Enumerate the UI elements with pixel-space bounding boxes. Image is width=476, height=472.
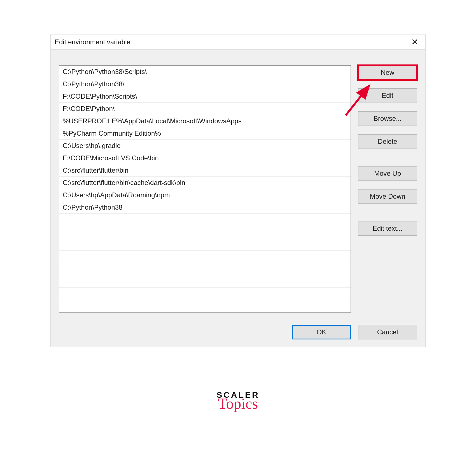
list-item[interactable]: C:\src\flutter\flutter\bin — [59, 164, 351, 177]
list-item-empty — [59, 214, 351, 226]
env-var-dialog: Edit environment variable ✕ C:\Python\Py… — [50, 34, 426, 347]
new-button[interactable]: New — [358, 65, 417, 80]
list-item[interactable]: %USERPROFILE%\AppData\Local\Microsoft\Wi… — [59, 115, 351, 127]
move-up-button[interactable]: Move Up — [358, 166, 417, 181]
edit-button[interactable]: Edit — [358, 88, 417, 103]
list-item-empty — [59, 288, 351, 300]
dialog-footer: OK Cancel — [59, 325, 417, 339]
list-item-empty — [59, 226, 351, 238]
titlebar: Edit environment variable ✕ — [51, 34, 425, 50]
dialog-body: C:\Python\Python38\Scripts\ C:\Python\Py… — [51, 50, 425, 347]
dialog-title: Edit environment variable — [55, 38, 130, 46]
list-item-empty — [59, 238, 351, 251]
list-item[interactable]: F:\CODE\Microsoft VS Code\bin — [59, 152, 351, 164]
list-item-empty — [59, 263, 351, 275]
list-item-empty — [59, 275, 351, 288]
edit-text-button[interactable]: Edit text... — [358, 221, 417, 236]
list-item[interactable]: F:\CODE\Python\Scripts\ — [59, 90, 351, 103]
list-item[interactable]: C:\Python\Python38\ — [59, 78, 351, 90]
list-item[interactable]: C:\Python\Python38 — [59, 201, 351, 214]
side-button-column: New Edit Browse... Delete Move Up Move D… — [358, 65, 417, 313]
list-item-empty — [59, 251, 351, 263]
list-item[interactable]: C:\Users\hp\.gradle — [59, 140, 351, 152]
branding-logo: SCALER Topics — [0, 390, 476, 411]
list-item[interactable]: %PyCharm Community Edition% — [59, 127, 351, 140]
brand-line2: Topics — [216, 397, 259, 411]
close-icon[interactable]: ✕ — [409, 36, 421, 48]
delete-button[interactable]: Delete — [358, 134, 417, 149]
list-item[interactable]: C:\Users\hp\AppData\Roaming\npm — [59, 189, 351, 201]
list-item[interactable]: C:\Python\Python38\Scripts\ — [59, 66, 351, 78]
browse-button[interactable]: Browse... — [358, 111, 417, 126]
move-down-button[interactable]: Move Down — [358, 189, 417, 204]
list-item[interactable]: C:\src\flutter\flutter\bin\cache\dart-sd… — [59, 177, 351, 189]
list-item[interactable]: F:\CODE\Python\ — [59, 103, 351, 115]
cancel-button[interactable]: Cancel — [358, 325, 417, 339]
list-item-empty — [59, 300, 351, 312]
path-listbox[interactable]: C:\Python\Python38\Scripts\ C:\Python\Py… — [59, 65, 351, 313]
ok-button[interactable]: OK — [292, 325, 351, 339]
